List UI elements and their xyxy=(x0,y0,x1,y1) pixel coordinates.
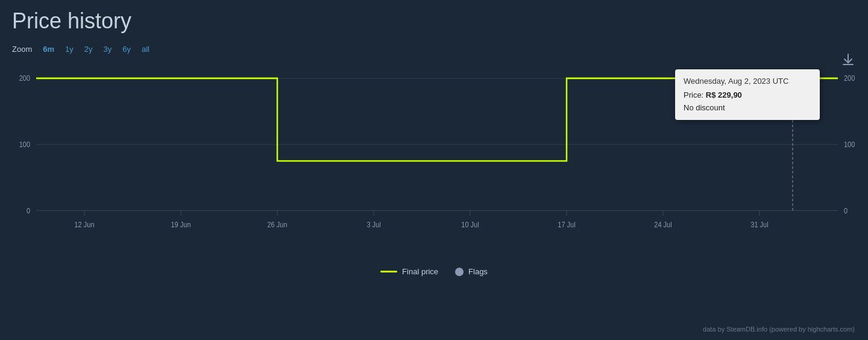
svg-text:200: 200 xyxy=(19,75,30,83)
svg-text:10 Jul: 10 Jul xyxy=(461,221,479,228)
legend-final-price: Final price xyxy=(380,267,438,276)
svg-text:3 Jul: 3 Jul xyxy=(366,221,380,228)
svg-text:100: 100 xyxy=(19,141,30,149)
zoom-3y[interactable]: 3y xyxy=(104,45,112,54)
legend-flags: Flags xyxy=(455,267,488,276)
zoom-all[interactable]: all xyxy=(142,45,149,54)
page-title: Price history xyxy=(12,0,856,40)
page-container: Price history Zoom 6m 1y 2y 3y 6y all 20… xyxy=(0,0,868,340)
legend: Final price Flags xyxy=(12,267,856,276)
chart-svg: 200 100 0 200 100 0 12 Jun 19 Jun 26 Jun… xyxy=(12,58,856,263)
zoom-bar: Zoom 6m 1y 2y 3y 6y all xyxy=(12,40,856,56)
svg-text:24 Jul: 24 Jul xyxy=(654,221,671,228)
svg-text:100: 100 xyxy=(844,141,855,149)
svg-text:0: 0 xyxy=(27,207,30,215)
legend-flags-circle xyxy=(455,268,464,276)
legend-final-price-label: Final price xyxy=(402,267,438,276)
zoom-6y[interactable]: 6y xyxy=(122,45,131,54)
chart-area: 200 100 0 200 100 0 12 Jun 19 Jun 26 Jun… xyxy=(12,58,856,263)
legend-final-price-line xyxy=(380,271,397,272)
svg-text:12 Jun: 12 Jun xyxy=(75,221,95,228)
svg-text:26 Jun: 26 Jun xyxy=(268,221,288,228)
zoom-6m[interactable]: 6m xyxy=(43,45,54,54)
zoom-2y[interactable]: 2y xyxy=(84,45,93,54)
legend-flags-label: Flags xyxy=(468,267,488,276)
svg-text:17 Jul: 17 Jul xyxy=(558,221,575,228)
svg-text:31 Jul: 31 Jul xyxy=(750,221,768,228)
svg-text:0: 0 xyxy=(844,207,848,215)
data-credit: data by SteamDB.info (powered by highcha… xyxy=(703,326,855,333)
zoom-1y[interactable]: 1y xyxy=(65,45,74,54)
svg-text:19 Jun: 19 Jun xyxy=(171,221,191,228)
zoom-label: Zoom xyxy=(12,45,32,54)
svg-text:200: 200 xyxy=(844,75,855,83)
svg-point-26 xyxy=(790,75,796,81)
